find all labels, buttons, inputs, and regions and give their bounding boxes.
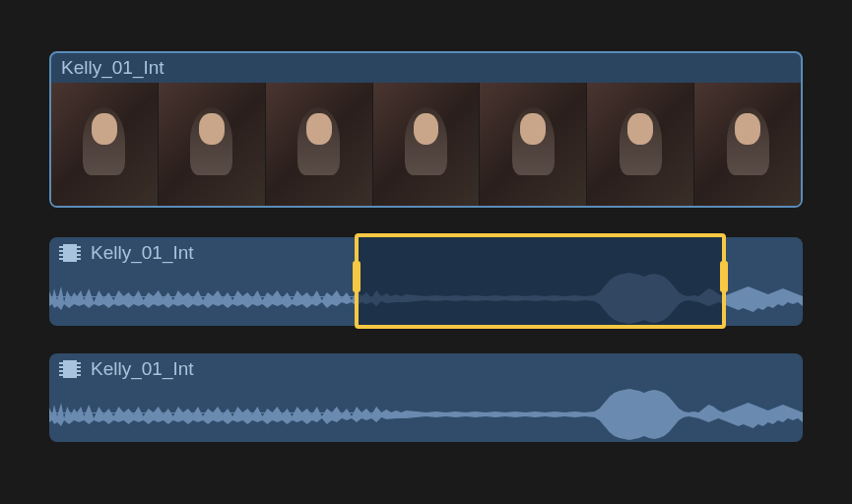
audio-clip-header: Kelly_01_Int xyxy=(49,353,803,382)
audio-clip[interactable]: Kelly_01_Int xyxy=(49,237,803,326)
video-frame xyxy=(159,83,265,206)
filmstrip-icon xyxy=(59,360,81,378)
video-clip-header: Kelly_01_Int xyxy=(51,53,801,83)
video-frame xyxy=(266,83,372,206)
audio-waveform[interactable] xyxy=(49,383,803,442)
video-frame xyxy=(373,83,480,206)
filmstrip-icon xyxy=(59,244,81,262)
video-frame xyxy=(51,83,158,206)
audio-clip-title: Kelly_01_Int xyxy=(91,358,194,380)
video-frame xyxy=(480,83,586,206)
waveform-center-line xyxy=(49,296,803,297)
video-clip-title: Kelly_01_Int xyxy=(61,57,164,79)
waveform-center-line xyxy=(49,412,803,413)
video-filmstrip[interactable] xyxy=(51,83,801,206)
video-frame xyxy=(587,83,693,206)
video-clip[interactable]: Kelly_01_Int xyxy=(49,51,803,208)
video-frame xyxy=(694,83,801,206)
audio-clip[interactable]: Kelly_01_Int xyxy=(49,353,803,442)
audio-clip-title: Kelly_01_Int xyxy=(91,242,194,264)
audio-waveform[interactable] xyxy=(49,267,803,326)
audio-clip-header: Kelly_01_Int xyxy=(49,237,803,266)
